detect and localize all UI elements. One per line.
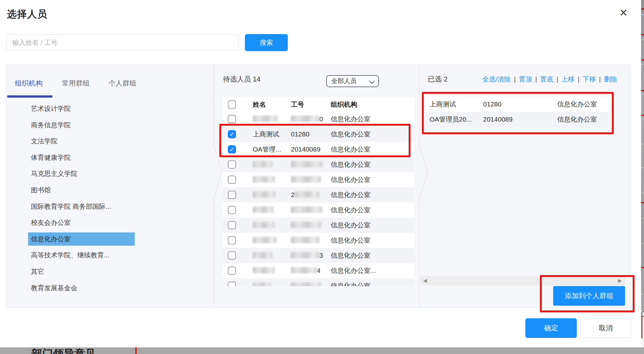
candidate-row[interactable]: 信息化办公室	[223, 202, 414, 218]
candidate-row[interactable]: 信息化办公室	[223, 157, 414, 172]
row-checkbox[interactable]	[228, 221, 236, 229]
candidate-row[interactable]: 信息化办公室	[223, 278, 414, 286]
org-list-item[interactable]: 艺术设计学院	[28, 102, 135, 115]
column-header-name: 姓名	[253, 97, 266, 111]
org-list-item[interactable]: 马克思主义学院	[28, 167, 135, 180]
candidate-org: 信息化办公室	[331, 202, 370, 218]
background-row-line	[641, 39, 644, 40]
row-checkbox[interactable]	[228, 282, 236, 286]
tab-org[interactable]: 组织机构	[15, 77, 43, 90]
background-red-border	[641, 316, 642, 339]
selected-row[interactable]: 上商测试01280信息化办公室	[426, 97, 611, 112]
candidate-row[interactable]: 0信息化办公室	[223, 111, 414, 127]
candidate-row[interactable]: 信息化办公室	[223, 233, 414, 248]
org-list-item[interactable]: 体育健康学院	[28, 151, 135, 164]
org-list-item[interactable]: 国际教育学院 商务部国际...	[28, 200, 135, 213]
row-checkbox[interactable]	[228, 251, 236, 260]
column-header-id: 工号	[291, 97, 304, 111]
row-checkbox[interactable]	[228, 160, 236, 169]
org-list-item[interactable]: 校友会办公室	[28, 216, 135, 229]
candidate-name	[253, 233, 289, 248]
row-checkbox[interactable]	[228, 267, 236, 275]
org-list-item[interactable]: 高等技术学院、继续教育...	[28, 249, 135, 262]
candidate-id	[291, 172, 329, 187]
horizontal-scrollbar[interactable]: ◀ ▶	[421, 276, 625, 285]
candidate-row[interactable]: ✓OA管理...20140089信息化办公室	[223, 142, 414, 157]
candidate-org: 信息化办公室	[331, 172, 370, 187]
candidate-id	[291, 233, 329, 248]
link-separator: |	[535, 75, 537, 83]
tab-common-groups[interactable]: 常用群组	[62, 77, 90, 90]
candidate-row[interactable]: 2信息化办公室	[223, 187, 414, 202]
candidate-org: 信息化办公室...	[331, 263, 376, 278]
candidate-id: 0	[291, 111, 329, 127]
candidate-name: OA管理...	[253, 142, 289, 157]
redacted-text	[253, 252, 272, 258]
action-link[interactable]: 全选/清除	[482, 75, 511, 84]
confirm-button[interactable]: 确定	[525, 318, 577, 338]
search-input[interactable]	[6, 34, 239, 51]
background-red-mark	[641, 34, 644, 35]
org-list-item[interactable]: 商务信息学院	[28, 118, 135, 132]
candidate-org: 信息化办公室	[331, 278, 370, 286]
candidate-org: 信息化办公室	[331, 142, 370, 157]
tab-personal-groups[interactable]: 个人群组	[109, 77, 136, 90]
candidate-row[interactable]: 4信息化办公室...	[223, 263, 414, 278]
add-to-personal-group-button[interactable]: 添加到个人群组	[553, 286, 625, 306]
row-checkbox[interactable]	[228, 176, 236, 184]
org-list-item[interactable]: 文法学院	[28, 135, 135, 148]
row-checkbox[interactable]	[228, 206, 236, 214]
action-link[interactable]: 上移	[561, 75, 575, 84]
candidate-org: 信息化办公室	[331, 111, 370, 127]
candidate-name	[253, 187, 289, 202]
selected-title: 已选	[428, 75, 442, 83]
row-checkbox-checked[interactable]: ✓	[228, 130, 236, 138]
org-list-item[interactable]: 其它	[28, 265, 135, 278]
candidate-name	[253, 263, 289, 278]
background-row-line	[641, 14, 644, 15]
candidate-name	[253, 202, 289, 218]
redacted-text	[291, 176, 321, 183]
personnel-filter-dropdown[interactable]: 全部人员	[326, 75, 379, 87]
row-checkbox[interactable]	[228, 115, 236, 123]
candidate-row[interactable]: ✓上商测试01280信息化办公室	[223, 127, 414, 142]
cancel-button[interactable]: 取消	[581, 318, 631, 338]
candidate-org: 信息化办公室	[331, 233, 370, 248]
select-all-checkbox[interactable]	[228, 100, 236, 109]
action-link[interactable]: 置底	[540, 75, 553, 84]
background-row-line	[641, 193, 644, 193]
background-red-mark	[641, 115, 644, 116]
candidate-id: 3	[291, 248, 329, 263]
action-link[interactable]: 删除	[604, 75, 617, 84]
scroll-right-icon[interactable]: ▶	[618, 276, 622, 285]
candidate-org: 信息化办公室	[331, 218, 370, 233]
candidate-id: 4	[291, 263, 329, 278]
org-list-item[interactable]: 信息化办公室	[28, 232, 135, 246]
close-icon[interactable]: ×	[617, 6, 630, 20]
candidates-header: 待选人员 14	[223, 75, 261, 84]
selected-row[interactable]: OA管理员20...20140089信息化办公室	[426, 112, 611, 127]
background-heading: 部门领导意见	[32, 347, 96, 354]
action-link[interactable]: 下移	[583, 75, 596, 84]
candidate-row[interactable]: 信息化办公室	[223, 218, 414, 233]
org-list-item[interactable]: 图书馆	[28, 183, 135, 197]
link-separator: |	[599, 75, 601, 83]
background-red-mark	[641, 90, 644, 91]
row-checkbox[interactable]	[228, 236, 236, 244]
candidate-id	[291, 218, 329, 233]
selected-name: 上商测试	[429, 97, 456, 112]
search-button[interactable]: 搜索	[245, 34, 288, 51]
background-row-line	[641, 94, 644, 95]
row-checkbox-checked[interactable]: ✓	[228, 145, 236, 153]
background-page-right-lower: 0	[641, 311, 644, 347]
row-checkbox[interactable]	[228, 191, 236, 199]
action-link[interactable]: 置顶	[519, 75, 532, 84]
org-list-item[interactable]: 教育发展基金会	[28, 281, 135, 295]
redacted-text	[291, 282, 321, 286]
redacted-text	[295, 191, 319, 198]
candidate-row[interactable]: 3信息化办公室	[223, 248, 414, 263]
redacted-text	[253, 191, 275, 198]
candidate-row[interactable]: 信息化办公室	[223, 172, 414, 187]
redacted-text	[253, 222, 275, 228]
scroll-left-icon[interactable]: ◀	[423, 276, 427, 285]
